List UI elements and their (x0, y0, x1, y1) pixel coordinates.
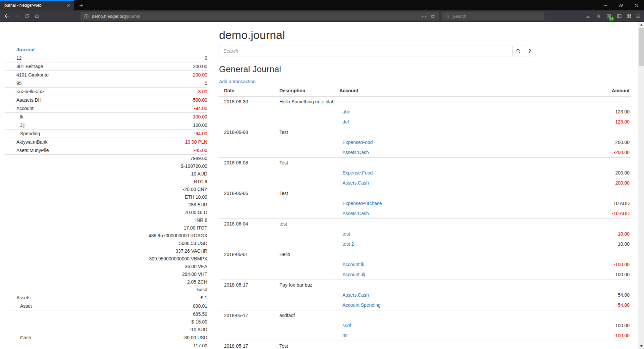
sidebar-account-row: INR 8 (5, 216, 207, 224)
posting-row: test 210.00 (219, 239, 631, 249)
journal-table: Date Description Account Amount 2018-06-… (219, 86, 631, 349)
posting-account-link[interactable]: Assets:Cash (342, 211, 369, 216)
empty-cell (274, 208, 334, 219)
scroll-down-button[interactable] (638, 343, 644, 349)
scrollbar-thumb[interactable] (639, 28, 644, 66)
url-bar[interactable]: demo.hledger.org/journal (80, 12, 439, 20)
search-icon (445, 14, 450, 19)
add-transaction-link[interactable]: Add a transaction (219, 79, 256, 84)
posting-account-link[interactable]: ssdf (342, 323, 351, 328)
sidebar-account-link[interactable]: <u>hello</u> (16, 89, 44, 94)
journal-search-input[interactable] (219, 46, 513, 56)
posting-account-link[interactable]: Assets:Cash (342, 292, 369, 298)
sidebar-account-balance: -288 EUR (187, 202, 207, 207)
sidebar-account-link[interactable]: Aaasets:DH (16, 97, 42, 103)
posting-account-link[interactable]: test 2 (342, 241, 354, 247)
posting-account-cell: ssdf (334, 320, 557, 331)
new-tab-button[interactable] (77, 2, 85, 9)
sidebar-account-balance: £-1 (201, 295, 207, 300)
posting-account-link[interactable]: abc (342, 109, 350, 114)
sidebar-account-balance: 36.00 VEA (185, 264, 207, 269)
sidebar-account-link[interactable]: 4101 Girokonto (16, 72, 49, 78)
sidebar-account-row: -288 EUR (5, 201, 207, 208)
empty-cell (219, 208, 274, 219)
posting-account-link[interactable]: Expense:Food (342, 140, 373, 145)
sidebar-account-link[interactable]: Cash (16, 335, 31, 340)
posting-account-link[interactable]: Account:Spending (342, 302, 381, 308)
sidebar-account-row: -5usd (5, 286, 207, 293)
posting-account-cell: Assets:Cash (334, 208, 557, 219)
tab-close-icon[interactable] (66, 3, 71, 8)
browser-search-input[interactable] (452, 14, 536, 19)
back-button[interactable] (2, 12, 11, 20)
posting-account-link[interactable]: Assets:Cash (342, 180, 369, 186)
sidebar-account-link[interactable]: 301 Beiträge (16, 64, 43, 69)
posting-amount: -10.00 (557, 229, 631, 239)
sidebar-account-balance: -30.00 USD (183, 335, 207, 340)
posting-account-link[interactable]: Expense:Food (342, 170, 373, 176)
posting-row: Account:Jij100.00 (219, 269, 631, 280)
sidebar-account-row: Assets£-1 (5, 293, 207, 302)
transaction-title-row: 2018-05-17Pay foo bar baz (219, 280, 631, 290)
sidebar-account-link[interactable]: Jij (16, 122, 24, 128)
transaction-description: Test (274, 188, 557, 199)
browser-tab[interactable]: journal - hledger-web (0, 0, 74, 10)
reload-button[interactable] (22, 12, 32, 20)
posting-row: ssdf100.00 (219, 320, 631, 331)
sidebar-account-link[interactable]: Aktywa:mBank (16, 139, 48, 145)
url-path: /journal (126, 14, 140, 19)
posting-account-link[interactable]: Expense:Purchase (342, 201, 382, 206)
posting-account-link[interactable]: Assets:Cash (342, 150, 369, 155)
sidebar-account-link[interactable]: 12 (16, 55, 22, 61)
bookmark-star-icon[interactable] (430, 14, 435, 19)
sidebar-account-link[interactable]: Account (16, 106, 34, 111)
sidebar-account-row: <u>hello</u>-3.00 (5, 87, 207, 96)
sidebar-account-link[interactable]: lk (16, 114, 23, 119)
main-column: demo.journal ? General Journal Add a tra… (219, 22, 631, 349)
journal-search-button[interactable] (513, 46, 524, 56)
posting-account-link[interactable]: test (342, 231, 350, 237)
posting-account-cell: test 2 (334, 239, 557, 249)
empty-cell (219, 107, 274, 117)
transaction-description: Test (274, 127, 557, 138)
transaction-description: Hello Something note:blah (274, 97, 557, 107)
posting-amount: 10.00 (557, 239, 631, 249)
library-icon[interactable] (594, 12, 603, 20)
scroll-up-button[interactable] (638, 22, 644, 28)
extension-icon[interactable]: 0 (604, 12, 613, 20)
empty-cell (274, 147, 334, 158)
downloads-icon[interactable] (583, 12, 593, 20)
site-info-icon[interactable] (84, 14, 89, 19)
browser-search-bar[interactable] (442, 12, 544, 20)
sidebar-account-link[interactable]: 95 (16, 81, 22, 86)
sidebar-account-link[interactable]: Asets:MunyPile (16, 148, 49, 153)
column-header-date: Date (219, 86, 274, 97)
sidebar-account-balance: -5usd (196, 287, 207, 292)
forward-button[interactable] (12, 12, 21, 20)
restore-button[interactable] (613, 0, 629, 10)
grid-icon[interactable] (625, 12, 634, 20)
posting-account-link[interactable]: Account:lk (342, 262, 364, 267)
empty-cell (274, 331, 334, 341)
posting-account-link[interactable]: def (342, 119, 349, 124)
sidebar-account-link[interactable]: Spending (16, 131, 40, 136)
posting-account-link[interactable]: tttt (342, 333, 348, 338)
sidebar-account-link[interactable]: Assets (16, 295, 31, 300)
page-actions-icon[interactable] (422, 14, 426, 19)
menu-icon[interactable] (634, 12, 643, 20)
sidebar-account-balance: 294.00 VHT (182, 271, 207, 277)
page-scrollbar[interactable] (638, 22, 644, 349)
sidebar-toggle-icon[interactable] (614, 12, 624, 20)
transaction-description: Test (274, 341, 557, 349)
close-button[interactable] (629, 0, 644, 10)
sidebar-account-row: Jij100.00 (5, 121, 207, 129)
minimize-button[interactable] (598, 0, 613, 10)
sidebar-account-link[interactable]: Asset (16, 303, 32, 309)
empty-cell (219, 331, 274, 341)
search-help-button[interactable]: ? (524, 46, 535, 56)
home-button[interactable] (32, 12, 42, 20)
sidebar-journal-link[interactable]: Journal (16, 46, 35, 54)
transaction-description: Pay foo bar baz (274, 280, 557, 290)
sidebar-account-balance: -10 AUD (190, 171, 207, 177)
posting-account-link[interactable]: Account:Jij (342, 272, 365, 277)
